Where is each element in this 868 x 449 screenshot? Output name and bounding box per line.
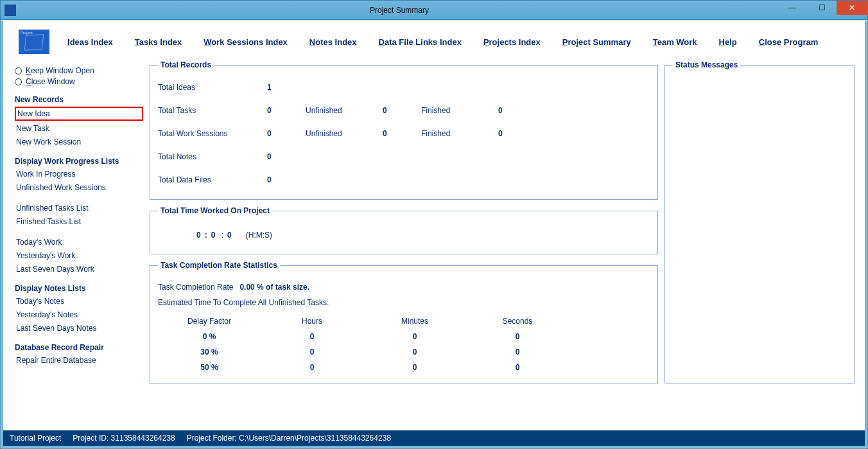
delay-row-1-seconds: 0: [466, 348, 569, 357]
status-messages-column: Status Messages: [664, 60, 855, 383]
delay-row-0-hours: 0: [261, 332, 363, 341]
time-hours: 0: [196, 231, 201, 240]
col-minutes: Minutes: [363, 317, 466, 326]
tasks-unfinished-value: 0: [383, 106, 421, 115]
tasks-unfinished-label: Unfinished: [306, 106, 383, 115]
menu-project-summary[interactable]: Project Summary: [562, 37, 631, 47]
delay-row-1-hours: 0: [261, 348, 363, 357]
completion-rate-label: Task Completion Rate: [158, 283, 233, 292]
total-data-files-label: Total Data Files: [158, 175, 267, 184]
sidebar-item-finished-tasks[interactable]: Finished Tasks List: [15, 216, 143, 227]
ws-unfinished-value: 0: [383, 129, 421, 138]
sidebar-heading-repair: Database Record Repair: [15, 343, 143, 352]
total-ideas-value: 1: [267, 83, 306, 92]
time-suffix: (H:M:S): [246, 231, 272, 240]
delay-row-2-minutes: 0: [363, 363, 466, 372]
task-completion-stats-panel: Task Completion Rate Statistics Task Com…: [150, 261, 658, 383]
close-button[interactable]: ✕: [837, 1, 867, 15]
ws-unfinished-label: Unfinished: [306, 129, 383, 138]
tasks-finished-value: 0: [498, 106, 537, 115]
delay-row-2-seconds: 0: [466, 363, 569, 372]
menu-projects-index[interactable]: Projects Index: [483, 37, 541, 47]
sidebar-item-yesterdays-work[interactable]: Yesterday's Work: [15, 250, 143, 261]
menu-close-program[interactable]: Close Program: [759, 37, 818, 47]
time-seconds: 0: [227, 231, 232, 240]
sidebar-item-unfinished-work-sessions[interactable]: Unfinished Work Sessions: [15, 182, 143, 193]
sidebar-heading-progress: Display Work Progress Lists: [15, 157, 143, 166]
sidebar-item-repair-database[interactable]: Repair Entire Database: [15, 355, 143, 366]
stats-legend: Task Completion Rate Statistics: [158, 261, 280, 270]
sidebar-item-todays-work[interactable]: Today's Work: [15, 236, 143, 248]
total-records-legend: Total Records: [158, 60, 214, 69]
ws-finished-value: 0: [498, 129, 537, 138]
sidebar-item-last-seven-days-notes[interactable]: Last Seven Days Notes: [15, 322, 143, 334]
delay-row-1-factor: 30 %: [158, 348, 261, 357]
col-hours: Hours: [261, 317, 363, 326]
sidebar-item-new-task[interactable]: New Task: [15, 123, 143, 134]
total-notes-value: 0: [267, 152, 306, 161]
status-bar: Tutorial Project Project ID: 31135844326…: [3, 430, 865, 446]
delay-row-1-minutes: 0: [363, 348, 466, 357]
sidebar-item-yesterdays-notes[interactable]: Yesterday's Notes: [15, 309, 143, 321]
total-tasks-value: 0: [267, 106, 306, 115]
tasks-finished-label: Finished: [421, 106, 498, 115]
time-minutes: 0: [211, 231, 216, 240]
menu-work-sessions-index[interactable]: Work Sessions Index: [204, 37, 288, 47]
delay-row-2-hours: 0: [261, 363, 363, 372]
total-records-panel: Total Records Total Ideas 1 Total Tasks …: [150, 60, 658, 200]
status-messages-legend: Status Messages: [673, 60, 740, 69]
sidebar: Keep Window Open Close Window New Record…: [15, 60, 143, 383]
radio-close-window[interactable]: Close Window: [15, 77, 143, 86]
total-work-sessions-label: Total Work Sessions: [158, 129, 267, 138]
maximize-button[interactable]: ☐: [807, 1, 837, 15]
total-notes-label: Total Notes: [158, 152, 267, 161]
menu-ideas-index[interactable]: Ideas Index: [67, 37, 113, 47]
sidebar-item-todays-notes[interactable]: Today's Notes: [15, 295, 143, 307]
title-bar[interactable]: Project Summary — ☐ ✕: [1, 1, 867, 20]
app-icon: [4, 4, 16, 16]
total-work-sessions-value: 0: [267, 129, 306, 138]
total-data-files-value: 0: [267, 175, 306, 184]
status-messages-panel: Status Messages: [664, 60, 855, 383]
col-seconds: Seconds: [466, 317, 569, 326]
total-time-panel: Total Time Worked On Project 0 : 0 : 0 (…: [150, 206, 658, 254]
menu-help[interactable]: Help: [719, 37, 737, 47]
completion-rate-value: 0.00 % of task size.: [239, 283, 309, 292]
main-menu-bar: Ideas Index Tasks Index Work Sessions In…: [3, 21, 865, 60]
delay-row-0-factor: 0 %: [158, 332, 261, 341]
delay-row-2-factor: 50 %: [158, 363, 261, 372]
total-time-legend: Total Time Worked On Project: [158, 206, 272, 215]
menu-notes-index[interactable]: Notes Index: [309, 37, 357, 47]
radio-keep-window-open[interactable]: Keep Window Open: [15, 66, 143, 75]
delay-row-0-minutes: 0: [363, 332, 466, 341]
total-ideas-label: Total Ideas: [158, 83, 267, 92]
sidebar-heading-notes: Display Notes Lists: [15, 284, 143, 293]
ws-finished-label: Finished: [421, 129, 498, 138]
main-window: Project Summary — ☐ ✕ Ideas Index Tasks …: [0, 0, 868, 449]
radio-icon: [15, 78, 22, 85]
menu-tasks-index[interactable]: Tasks Index: [135, 37, 182, 47]
app-logo: [19, 30, 49, 54]
sidebar-item-last-seven-days-work[interactable]: Last Seven Days Work: [15, 263, 143, 275]
sidebar-item-new-work-session[interactable]: New Work Session: [15, 136, 143, 148]
status-project-folder: Project Folder: C:\Users\Darren\Projects…: [187, 434, 391, 443]
sidebar-item-work-in-progress[interactable]: Work In Progress: [15, 168, 143, 180]
estimated-time-label: Estimated Time To Complete All Unfinishe…: [158, 298, 650, 307]
menu-team-work[interactable]: Team Work: [653, 37, 697, 47]
sidebar-item-unfinished-tasks[interactable]: Unfinished Tasks List: [15, 202, 143, 214]
menu-data-file-links-index[interactable]: Data File Links Index: [379, 37, 462, 47]
col-delay-factor: Delay Factor: [158, 317, 261, 326]
center-column: Total Records Total Ideas 1 Total Tasks …: [150, 60, 658, 383]
radio-icon: [15, 67, 22, 75]
sidebar-item-new-idea[interactable]: New Idea: [15, 107, 143, 121]
sidebar-heading-new-records: New Records: [15, 95, 143, 104]
minimize-button[interactable]: —: [777, 1, 807, 15]
status-project-name: Tutorial Project: [10, 434, 61, 443]
window-title: Project Summary: [21, 6, 777, 15]
delay-row-0-seconds: 0: [466, 332, 569, 341]
status-project-id: Project ID: 311358443264238: [73, 434, 175, 443]
total-tasks-label: Total Tasks: [158, 106, 267, 115]
